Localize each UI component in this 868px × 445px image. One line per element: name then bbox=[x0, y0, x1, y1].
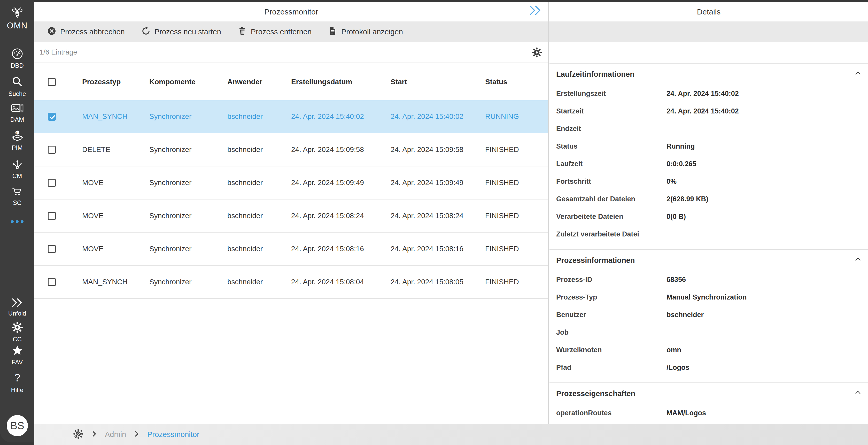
sidebar-item-cm[interactable]: CM bbox=[0, 158, 34, 179]
table-row[interactable]: MAN_SYNCH Synchronizer bschneider 24. Ap… bbox=[34, 266, 548, 299]
cell-status: FINISHED bbox=[485, 179, 548, 187]
detail-label: Fortschritt bbox=[550, 178, 666, 185]
detail-value: Running bbox=[666, 142, 695, 150]
row-checkbox[interactable] bbox=[48, 245, 56, 253]
sidebar-item-label: Hilfe bbox=[11, 387, 23, 393]
cell-erstellungsdatum: 24. Apr. 2024 15:09:58 bbox=[291, 146, 391, 154]
cell-prozesstyp: DELETE bbox=[82, 146, 149, 154]
detail-label: Erstellungszeit bbox=[550, 90, 666, 98]
cell-status: FINISHED bbox=[485, 278, 548, 286]
row-checkbox[interactable] bbox=[48, 179, 56, 187]
dashboard-gauge-icon bbox=[11, 48, 23, 61]
collapse-panel-button[interactable] bbox=[529, 5, 542, 17]
trash-icon bbox=[238, 26, 247, 37]
toolbar-band: Prozess abbrechen Prozess neu starten bbox=[34, 22, 868, 42]
question-icon: ? bbox=[11, 372, 23, 385]
shopping-cart-icon bbox=[11, 186, 23, 198]
gear-wrench-icon[interactable] bbox=[73, 428, 84, 440]
table-settings-button[interactable] bbox=[531, 47, 542, 58]
detail-value: 0:0:0.265 bbox=[666, 160, 696, 168]
sidebar-item-dbd[interactable]: DBD bbox=[0, 48, 34, 69]
detail-value: MAM/Logos bbox=[666, 409, 706, 417]
detail-row: operationRoutesMAM/Logos bbox=[550, 404, 868, 422]
row-checkbox[interactable] bbox=[48, 146, 56, 154]
user-avatar[interactable]: BS bbox=[7, 415, 28, 436]
row-checkbox[interactable] bbox=[48, 278, 56, 286]
row-checkbox[interactable] bbox=[48, 212, 56, 220]
sidebar-item-fav[interactable]: FAV bbox=[0, 345, 34, 365]
cell-start: 24. Apr. 2024 15:08:05 bbox=[391, 278, 485, 286]
remove-process-button[interactable]: Prozess entfernen bbox=[238, 26, 312, 37]
sidebar-item-unfold[interactable]: Unfold bbox=[0, 298, 34, 317]
detail-label: Gesamtzahl der Dateien bbox=[550, 195, 666, 203]
sidebar-item-sc[interactable]: SC bbox=[0, 186, 34, 206]
cell-erstellungsdatum: 24. Apr. 2024 15:08:24 bbox=[291, 212, 391, 220]
cell-erstellungsdatum: 24. Apr. 2024 15:08:04 bbox=[291, 278, 391, 286]
table-row[interactable]: DELETE Synchronizer bschneider 24. Apr. … bbox=[34, 134, 548, 167]
restart-process-button[interactable]: Prozess neu starten bbox=[141, 26, 221, 37]
table-row[interactable]: MOVE Synchronizer bschneider 24. Apr. 20… bbox=[34, 233, 548, 266]
detail-label: Status bbox=[550, 142, 666, 150]
cell-prozesstyp: MOVE bbox=[82, 212, 149, 220]
ellipsis-icon[interactable] bbox=[0, 220, 34, 223]
sidebar-item-pim[interactable]: P PIM bbox=[0, 130, 34, 151]
sidebar-item-dam[interactable]: DAM bbox=[0, 103, 34, 123]
table-row[interactable]: MAN_SYNCH Synchronizer bschneider 24. Ap… bbox=[34, 100, 548, 134]
svg-text:?: ? bbox=[14, 372, 20, 384]
detail-value: Manual Synchronization bbox=[666, 293, 747, 301]
cell-anwender: bschneider bbox=[227, 179, 291, 187]
column-header-erstellungsdatum[interactable]: Erstellungsdatum bbox=[291, 78, 391, 86]
column-header-status[interactable]: Status bbox=[485, 78, 548, 86]
section-header[interactable]: Laufzeitinformationen bbox=[550, 63, 868, 85]
cell-anwender: bschneider bbox=[227, 278, 291, 286]
row-checkbox[interactable] bbox=[48, 113, 56, 121]
cell-start: 24. Apr. 2024 15:40:02 bbox=[391, 112, 485, 121]
toolbar-button-label: Prozess abbrechen bbox=[60, 28, 125, 36]
cell-prozesstyp: MAN_SYNCH bbox=[82, 278, 149, 286]
section-header[interactable]: Prozesseigenschaften bbox=[550, 382, 868, 404]
cell-anwender: bschneider bbox=[227, 212, 291, 220]
sidebar-logo[interactable]: OMN bbox=[0, 6, 34, 30]
chevron-up-icon bbox=[855, 389, 861, 398]
gear-icon bbox=[531, 55, 542, 59]
detail-label: operationRoutes bbox=[550, 409, 666, 417]
detail-label: Wurzelknoten bbox=[550, 346, 666, 354]
bee-logo-icon bbox=[10, 6, 25, 20]
section-prozesseigenschaften: Prozesseigenschaften operationRoutesMAM/… bbox=[550, 382, 868, 428]
column-header-prozesstyp[interactable]: Prozesstyp bbox=[82, 78, 149, 86]
cancel-process-button[interactable]: Prozess abbrechen bbox=[47, 26, 125, 37]
show-protocol-button[interactable]: Protokoll anzeigen bbox=[328, 26, 403, 37]
table-row[interactable]: MOVE Synchronizer bschneider 24. Apr. 20… bbox=[34, 167, 548, 200]
cancel-circle-icon bbox=[47, 26, 56, 37]
section-title: Laufzeitinformationen bbox=[556, 70, 634, 79]
cell-status: FINISHED bbox=[485, 146, 548, 154]
cell-prozesstyp: MAN_SYNCH bbox=[82, 112, 149, 121]
select-all-checkbox[interactable] bbox=[48, 78, 56, 86]
sidebar: OMN DBD Suche bbox=[0, 0, 34, 442]
column-header-start[interactable]: Start bbox=[391, 78, 485, 86]
sidebar-item-cc[interactable]: CC bbox=[0, 322, 34, 343]
sidebar-item-suche[interactable]: Suche bbox=[0, 76, 34, 97]
cell-start: 24. Apr. 2024 15:08:24 bbox=[391, 212, 485, 220]
sidebar-item-label: CC bbox=[13, 336, 22, 343]
detail-row: Endzeit bbox=[550, 120, 868, 138]
detail-label: Pfad bbox=[550, 364, 666, 372]
breadcrumb-admin[interactable]: Admin bbox=[105, 430, 126, 439]
entries-count: 1/6 Einträge bbox=[39, 48, 77, 56]
detail-value: 2(628.99 KB) bbox=[666, 195, 708, 203]
column-header-komponente[interactable]: Kompomente bbox=[149, 78, 227, 86]
detail-value: 0% bbox=[666, 178, 677, 185]
detail-value: 24. Apr. 2024 15:40:02 bbox=[666, 90, 739, 98]
column-header-anwender[interactable]: Anwender bbox=[227, 78, 291, 86]
product-box-icon: P bbox=[11, 130, 24, 143]
cell-status: FINISHED bbox=[485, 245, 548, 253]
logo-text: OMN bbox=[7, 21, 28, 30]
cell-komponente: Synchronizer bbox=[149, 212, 227, 220]
sidebar-item-label: CM bbox=[12, 173, 22, 179]
section-header[interactable]: Prozessinformationen bbox=[550, 249, 868, 271]
sidebar-item-hilfe[interactable]: ? Hilfe bbox=[0, 372, 34, 393]
detail-label: Laufzeit bbox=[550, 160, 666, 168]
detail-row: Fortschritt0% bbox=[550, 173, 868, 190]
table-row[interactable]: MOVE Synchronizer bschneider 24. Apr. 20… bbox=[34, 200, 548, 233]
breadcrumb-prozessmonitor[interactable]: Prozessmonitor bbox=[147, 430, 199, 439]
